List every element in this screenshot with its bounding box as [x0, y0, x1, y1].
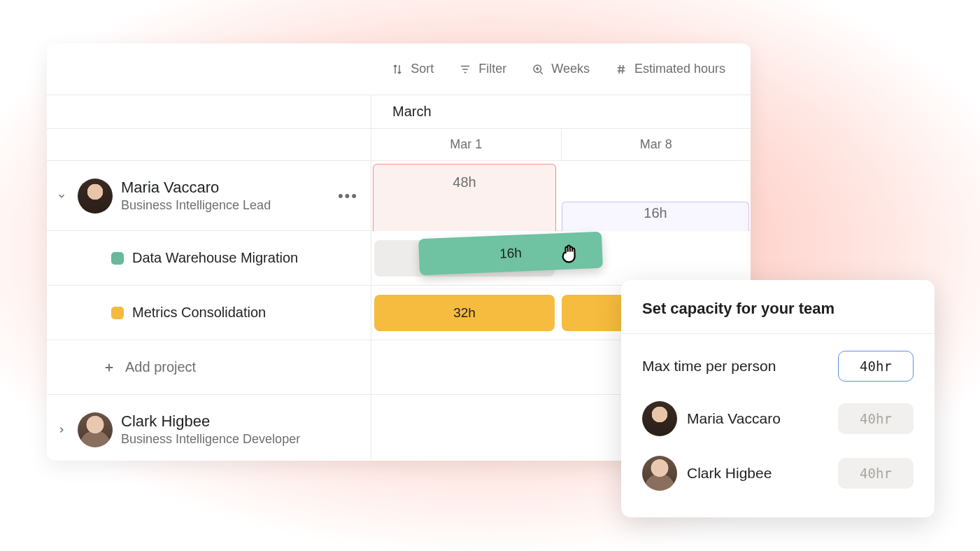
- person-name[interactable]: Maria Vaccaro: [121, 179, 271, 197]
- toolbar: Sort Filter Weeks Estimated hours: [47, 43, 751, 95]
- zoom-icon: [532, 63, 544, 76]
- avatar[interactable]: [78, 412, 113, 447]
- avatar: [642, 401, 677, 436]
- max-time-label: Max time per person: [642, 358, 776, 375]
- chevron-right-icon: [57, 425, 66, 435]
- avatar: [642, 456, 677, 491]
- capacity-person-input[interactable]: 40hr: [838, 458, 914, 489]
- sort-icon: [391, 63, 404, 76]
- sort-label: Sort: [411, 62, 434, 76]
- allocation-hours: 16h: [499, 245, 523, 261]
- expand-toggle[interactable]: [54, 425, 69, 435]
- project-label[interactable]: Data Warehouse Migration: [132, 250, 298, 266]
- capacity-person-input[interactable]: 40hr: [838, 403, 914, 434]
- person-row-maria: Maria Vaccaro Business Intelligence Lead…: [47, 161, 751, 231]
- person-more-button[interactable]: •••: [338, 187, 358, 205]
- project-color-swatch: [111, 307, 124, 319]
- timeline-week-row: Mar 1 Mar 8: [47, 129, 751, 161]
- grab-cursor-icon: [557, 241, 581, 265]
- capacity-person-row: Maria Vaccaro 40hr: [621, 391, 935, 446]
- weeks-button[interactable]: Weeks: [532, 62, 590, 76]
- add-project-label: Add project: [125, 359, 196, 375]
- project-color-swatch: [111, 252, 124, 265]
- hash-icon: [615, 63, 627, 76]
- capacity-hours: 16h: [644, 205, 667, 221]
- capacity-hours: 48h: [453, 174, 476, 190]
- week-header[interactable]: Mar 8: [562, 129, 751, 160]
- popup-title: Set capacity for your team: [621, 280, 935, 334]
- person-name[interactable]: Clark Higbee: [121, 412, 300, 431]
- estimated-hours-button[interactable]: Estimated hours: [615, 62, 725, 76]
- capacity-person-row: Clark Higbee 40hr: [621, 446, 935, 501]
- person-role: Business Intelligence Developer: [121, 432, 300, 447]
- max-time-input[interactable]: 40hr: [838, 351, 914, 382]
- timeline-month-row: March: [47, 95, 751, 129]
- filter-icon: [459, 63, 471, 76]
- week-header[interactable]: Mar 1: [371, 129, 562, 160]
- capacity-person-name: Clark Higbee: [687, 465, 772, 482]
- allocation-bar[interactable]: 32h: [374, 295, 555, 331]
- est-label: Estimated hours: [634, 62, 725, 76]
- max-time-row: Max time per person 40hr: [621, 334, 935, 391]
- capacity-box-under[interactable]: 16h: [562, 202, 749, 231]
- person-role: Business Intelligence Lead: [121, 198, 271, 213]
- chevron-down-icon: [57, 191, 66, 201]
- project-label[interactable]: Metrics Consolidation: [132, 305, 266, 321]
- capacity-person-name: Maria Vaccaro: [687, 410, 781, 427]
- filter-button[interactable]: Filter: [459, 62, 506, 76]
- allocation-bar-dragging[interactable]: 16h: [418, 232, 603, 275]
- set-capacity-popup: Set capacity for your team Max time per …: [621, 280, 935, 517]
- sort-button[interactable]: Sort: [391, 62, 434, 76]
- collapse-toggle[interactable]: [54, 191, 69, 201]
- weeks-label: Weeks: [551, 62, 590, 76]
- month-label: March: [371, 95, 751, 128]
- filter-label: Filter: [478, 62, 506, 76]
- capacity-box-over[interactable]: 48h: [373, 164, 556, 231]
- add-project-button[interactable]: Add project: [54, 359, 196, 375]
- allocation-hours: 32h: [453, 305, 476, 321]
- plus-icon: [103, 361, 115, 374]
- avatar[interactable]: [78, 179, 113, 214]
- project-row: Data Warehouse Migration 16h: [47, 231, 751, 286]
